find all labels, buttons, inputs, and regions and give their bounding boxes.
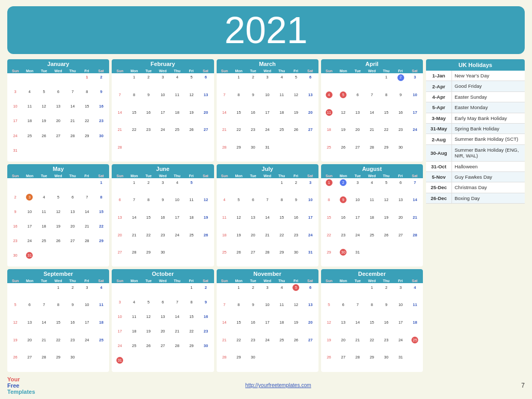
dh-sat: Sat bbox=[94, 69, 108, 73]
holiday-date: 5-Apr bbox=[426, 102, 452, 112]
holiday-date: 31-May bbox=[426, 124, 452, 134]
year-banner: 2021 bbox=[7, 6, 525, 54]
month-april: April Sun Mon Tue Wed Thu Fri Sat 1 2 bbox=[321, 59, 423, 162]
month-header-november: November bbox=[217, 269, 318, 278]
month-september: September Sun Mon Tue Wed Thu Fri Sat 1 … bbox=[7, 269, 109, 371]
holiday-name: Christmas Day bbox=[452, 182, 489, 192]
dh-sun: Sun bbox=[8, 69, 22, 73]
holiday-row: 26-Dec Boxing Day bbox=[426, 193, 525, 204]
month-header-june: June bbox=[112, 164, 214, 174]
holidays-panel: UK Holidays 1-Jan New Year's Day 2-Apr G… bbox=[426, 59, 525, 372]
page-number: 7 bbox=[521, 382, 525, 389]
month-header-august: August bbox=[321, 164, 423, 174]
dh-fri: Fri bbox=[79, 69, 94, 73]
month-header-december: December bbox=[321, 269, 423, 278]
month-july: July Sun Mon Tue Wed Thu Fri Sat 1 2 bbox=[217, 164, 318, 267]
dh-thu: Thu bbox=[65, 69, 79, 73]
holiday-date: 5-Nov bbox=[426, 172, 452, 182]
holiday-date: 30-Aug bbox=[426, 145, 452, 161]
november-days: 1 2 3 4 5 6 7 8 9 10 11 12 13 14 15 16 1 bbox=[217, 283, 318, 371]
holiday-row: 31-Oct Halloween bbox=[426, 162, 525, 172]
dh-tue: Tue bbox=[37, 69, 51, 73]
dh-mon: Mon bbox=[22, 69, 36, 73]
holiday-name: Halloween bbox=[452, 162, 480, 171]
holiday-row: 4-Apr Easter Sunday bbox=[426, 92, 525, 102]
month-header-april: April bbox=[321, 59, 423, 69]
jan-2: 2 bbox=[95, 74, 109, 81]
dh-fri: Fri bbox=[184, 69, 198, 73]
holiday-date: 3-May bbox=[426, 113, 452, 123]
february-days: 1 2 3 4 5 6 7 8 9 10 11 12 13 14 15 16 1 bbox=[112, 73, 214, 162]
month-header-march: March bbox=[217, 59, 318, 69]
december-days: 1 2 3 4 5 6 7 8 9 10 11 12 13 14 15 16 1 bbox=[321, 283, 423, 371]
footer-url[interactable]: http://yourfreetemplates.com bbox=[245, 382, 311, 388]
dh-wed: Wed bbox=[51, 69, 65, 73]
month-january: January Sun Mon Tue Wed Thu Fri Sat 1 bbox=[7, 59, 109, 162]
footer: Your Free Templates http://yourfreetempl… bbox=[7, 376, 525, 395]
holiday-name: Good Friday bbox=[452, 81, 484, 91]
month-august: August Sun Mon Tue Wed Thu Fri Sat 1 2 3… bbox=[321, 164, 423, 267]
jan-1: 1 bbox=[80, 74, 94, 81]
holiday-row: 31-May Spring Bank Holiday bbox=[426, 124, 525, 134]
holiday-name: Easter Sunday bbox=[452, 92, 489, 102]
holiday-name: Guy Fawkes Day bbox=[452, 172, 495, 182]
dh-tue: Tue bbox=[141, 69, 155, 73]
month-october: October Sun Mon Tue Wed Thu Fri Sat 1 bbox=[112, 269, 214, 371]
holiday-date: 4-Apr bbox=[426, 92, 452, 102]
month-header-september: September bbox=[7, 269, 109, 278]
calendars-area: January Sun Mon Tue Wed Thu Fri Sat 1 bbox=[7, 59, 423, 372]
month-november: November Sun Mon Tue Wed Thu Fri Sat 1 2… bbox=[217, 269, 318, 371]
dh-sat: Sat bbox=[198, 69, 212, 73]
holiday-row: 2-Apr Good Friday bbox=[426, 81, 525, 91]
holidays-list: 1-Jan New Year's Day 2-Apr Good Friday 4… bbox=[426, 71, 525, 204]
holiday-name: Early May Bank Holiday bbox=[452, 113, 510, 123]
holiday-row: 30-Aug Summer Bank Holiday (ENG, NIR, WA… bbox=[426, 145, 525, 162]
holiday-date: 2-Aug bbox=[426, 134, 452, 144]
logo: Your Free Templates bbox=[7, 376, 35, 395]
page: 2021 January Sun Mon Tue Wed Thu Fri Sat bbox=[0, 0, 532, 399]
holiday-row: 2-Aug Summer Bank Holiday (SCT) bbox=[426, 134, 525, 144]
dh-thu: Thu bbox=[170, 69, 184, 73]
holiday-name: Spring Bank Holiday bbox=[452, 124, 502, 134]
holiday-date: 31-Oct bbox=[426, 162, 452, 171]
holiday-date: 2-Apr bbox=[426, 81, 452, 91]
dh-wed: Wed bbox=[156, 69, 170, 73]
month-header-july: July bbox=[217, 164, 318, 174]
holiday-name: Summer Bank Holiday (ENG, NIR, WAL) bbox=[452, 145, 525, 161]
holiday-row: 5-Apr Easter Monday bbox=[426, 102, 525, 113]
holiday-name: Boxing Day bbox=[452, 193, 483, 203]
june-days: 1 2 3 4 5 6 7 8 9 10 11 12 13 14 15 16 bbox=[112, 178, 214, 267]
holiday-row: 3-May Early May Bank Holiday bbox=[426, 113, 525, 124]
month-header-may: May bbox=[7, 164, 109, 174]
month-december: December Sun Mon Tue Wed Thu Fri Sat 1 2 bbox=[321, 269, 423, 371]
month-june: June Sun Mon Tue Wed Thu Fri Sat 1 2 3 4… bbox=[112, 164, 214, 267]
holidays-title: UK Holidays bbox=[426, 59, 525, 71]
logo-free: Free bbox=[7, 382, 35, 389]
month-header-february: February bbox=[112, 59, 214, 69]
logo-templates: Templates bbox=[7, 389, 35, 395]
dh-mon: Mon bbox=[127, 69, 141, 73]
holiday-name: Easter Monday bbox=[452, 102, 490, 112]
holiday-date: 25-Dec bbox=[426, 182, 452, 192]
january-days: 1 2 3 4 5 6 7 8 9 10 11 12 13 14 15 16 1 bbox=[7, 73, 109, 162]
month-may: May Sun Mon Tue Wed Thu Fri Sat bbox=[7, 164, 109, 267]
holiday-row: 1-Jan New Year's Day bbox=[426, 71, 525, 81]
main-grid: January Sun Mon Tue Wed Thu Fri Sat 1 bbox=[7, 59, 525, 372]
august-days: 1 2 3 4 5 6 7 8 9 10 11 12 13 14 15 16 1 bbox=[321, 178, 423, 267]
july-days: 1 2 3 4 5 6 7 8 9 10 11 12 13 14 15 16 1 bbox=[217, 178, 318, 267]
september-days: 1 2 3 4 5 6 7 8 9 10 11 12 13 14 15 16 1 bbox=[7, 283, 109, 371]
march-days: 1 2 3 4 5 6 7 8 9 10 11 12 13 14 15 16 1 bbox=[217, 73, 318, 162]
month-march: March Sun Mon Tue Wed Thu Fri Sat 1 2 3 … bbox=[217, 59, 318, 162]
logo-your: Your bbox=[7, 376, 35, 382]
holiday-date: 26-Dec bbox=[426, 193, 452, 203]
holiday-date: 1-Jan bbox=[426, 71, 452, 81]
april-days: 1 2 3 4 5 6 7 8 9 10 11 12 13 14 15 16 1 bbox=[321, 73, 423, 162]
month-header-october: October bbox=[112, 269, 214, 278]
holiday-name: New Year's Day bbox=[452, 71, 492, 81]
holiday-name: Summer Bank Holiday (SCT) bbox=[452, 134, 521, 144]
october-days: 1 2 3 4 5 6 7 8 9 10 11 12 13 14 15 16 1 bbox=[112, 283, 214, 371]
holiday-row: 5-Nov Guy Fawkes Day bbox=[426, 172, 525, 182]
may-days: 1 2 3 4 5 6 7 8 9 10 11 12 13 14 15 16 1 bbox=[7, 178, 109, 267]
month-february: February Sun Mon Tue Wed Thu Fri Sat 1 2… bbox=[112, 59, 214, 162]
dh-sun: Sun bbox=[113, 69, 127, 73]
